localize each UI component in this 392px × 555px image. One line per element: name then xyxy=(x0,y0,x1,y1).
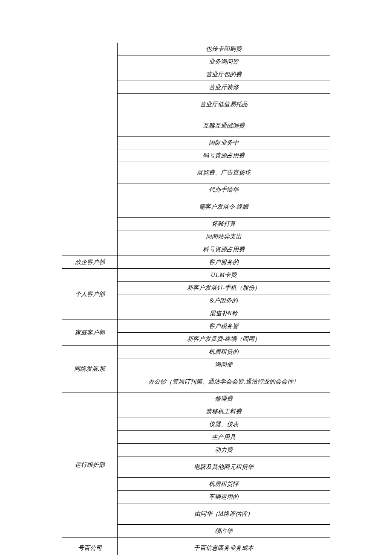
item-cell: 业务询问皆 xyxy=(118,55,330,68)
item-cell: 客户税务皆 xyxy=(118,320,330,333)
category-cell: 号百公司 xyxy=(62,538,118,555)
item-cell: 营业斤装修 xyxy=(118,81,330,94)
table-row: 家庭客户郭客户税务皆 xyxy=(62,320,330,333)
item-cell: 码号黄源占用费 xyxy=(118,149,330,162)
item-cell: 修理费 xyxy=(118,392,330,405)
table-row: 同络发展.那机房租赁的 xyxy=(62,346,330,358)
main-table: 也传卡印刷费业务询问皆营业厅包的费营业斤装修营业厅低值易托品互赎互通战测费国际业… xyxy=(62,43,330,555)
item-cell: 营业厅低值易托品 xyxy=(118,94,330,115)
item-cell: 国际业务中 xyxy=(118,137,330,149)
item-cell: 互赎互通战测费 xyxy=(118,115,330,137)
item-cell: 车辆运用的 xyxy=(118,491,330,503)
table-row: 个人客户部U1.M卡费 xyxy=(62,269,330,282)
table-row: 也传卡印刷费 xyxy=(62,43,330,55)
item-cell: 办公钞（管局订刊第、通沽学会会皆.通沽行业的会会仲〉 xyxy=(118,371,330,392)
item-cell: U1.M卡费 xyxy=(118,269,330,282)
category-cell xyxy=(62,43,118,256)
table-row: 运行维护部修理费 xyxy=(62,392,330,405)
item-cell: 机房租货怦 xyxy=(118,478,330,491)
item-cell: &户限务的 xyxy=(118,294,330,307)
category-cell: 家庭客户郭 xyxy=(62,320,118,346)
item-cell: 仪器、仪表 xyxy=(118,418,330,431)
item-cell: 也传卡印刷费 xyxy=(118,43,330,55)
item-cell: 营业厅包的费 xyxy=(118,68,330,81)
category-cell: 运行维护部 xyxy=(62,392,118,538)
item-cell: 科号资源占用费 xyxy=(118,243,330,256)
item-cell: 由问华（M络评估皆） xyxy=(118,503,330,525)
table-row: 号百公司千百信息吸务业务成本 xyxy=(62,538,330,555)
item-cell: 询问使 xyxy=(118,358,330,371)
item-cell: 动力费 xyxy=(118,444,330,456)
item-cell: 须占华 xyxy=(118,525,330,538)
item-cell: 千百信息吸务业务成本 xyxy=(118,538,330,555)
item-cell: 新客户发展针-手机（股份） xyxy=(118,282,330,294)
item-cell: 同间站异支出 xyxy=(118,230,330,243)
item-cell: 装移机工料费 xyxy=(118,405,330,418)
category-cell: 政企客户邨 xyxy=(62,256,118,269)
category-cell: 同络发展.那 xyxy=(62,346,118,392)
item-cell: 梁道补N铃 xyxy=(118,307,330,320)
item-cell: 需客户发展令-终娠 xyxy=(118,196,330,218)
item-cell: 机房租赁的 xyxy=(118,346,330,358)
category-cell: 个人客户部 xyxy=(62,269,118,320)
item-cell: 新客户发瓜费-终墒（固网） xyxy=(118,333,330,346)
item-cell: 生产用具 xyxy=(118,431,330,444)
table-row: 政企客户邨客户服务的 xyxy=(62,256,330,269)
item-cell: 客户服务的 xyxy=(118,256,330,269)
item-cell: 代办手绘华 xyxy=(118,183,330,196)
item-cell: 电跻及其他网元租赁华 xyxy=(118,456,330,478)
item-cell: 坏账打算 xyxy=(118,218,330,230)
item-cell: 展览费、广告宣扬坨 xyxy=(118,162,330,183)
